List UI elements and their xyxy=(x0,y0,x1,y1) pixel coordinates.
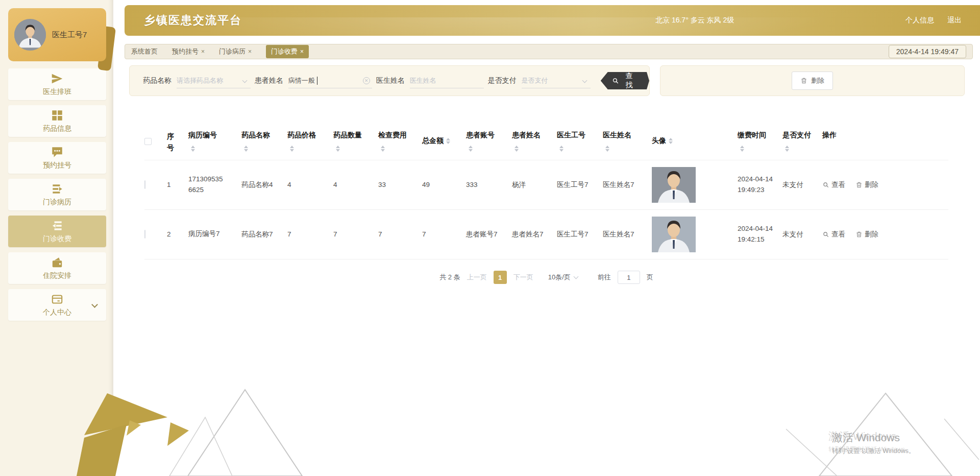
avatar xyxy=(14,19,46,51)
column-header-病历编号: 病历编号 xyxy=(188,131,241,152)
sort-icon[interactable] xyxy=(514,146,519,152)
sort-icon[interactable] xyxy=(559,146,564,152)
sort-icon[interactable] xyxy=(605,146,609,152)
windows-activation-watermark: 激活 Windows 转到“设置”以激活 Windows。 xyxy=(832,431,915,456)
prev-page-button[interactable]: 上一页 xyxy=(467,273,487,282)
column-label: 头像 xyxy=(652,136,666,146)
weather-info: 北京 16.7° 多云 东风 2级 xyxy=(655,16,734,25)
current-page-button[interactable]: 1 xyxy=(494,271,507,284)
column-label: 总金额 xyxy=(422,136,444,146)
cell-value: 医生工号7 xyxy=(557,181,589,188)
tab-门诊病历[interactable]: 门诊病历× xyxy=(219,47,252,56)
tab-门诊收费[interactable]: 门诊收费× xyxy=(266,45,309,58)
cell-total: 49 xyxy=(422,181,466,188)
column-header-总金额: 总金额 xyxy=(422,136,466,146)
sort-icon[interactable] xyxy=(785,146,789,152)
search-icon xyxy=(612,77,619,84)
sort-icon[interactable] xyxy=(469,146,473,152)
close-icon[interactable]: × xyxy=(300,48,304,55)
cell-value: 333 xyxy=(466,181,478,188)
logout-link[interactable]: 退出 xyxy=(947,16,962,25)
tab-预约挂号[interactable]: 预约挂号× xyxy=(172,47,205,56)
sidebar: 医生工号7 医生排班药品信息预约挂号门诊病历门诊收费住院安排个人中心 xyxy=(0,0,113,476)
sort-icon[interactable] xyxy=(290,146,294,152)
sidebar-item-药品信息[interactable]: 药品信息 xyxy=(8,105,106,137)
column-label: 药品名称 xyxy=(241,131,270,140)
sort-icon[interactable] xyxy=(669,138,673,144)
sort-icon[interactable] xyxy=(740,146,744,152)
sidebar-item-预约挂号[interactable]: 预约挂号 xyxy=(8,142,106,174)
drug-name-select[interactable]: 请选择药品名称 xyxy=(177,73,251,88)
delete-button[interactable]: 删除 xyxy=(855,180,878,189)
doctor-name-label: 医生姓名 xyxy=(376,76,405,85)
chat-bubble-icon xyxy=(51,146,64,159)
doctor-photo xyxy=(652,167,696,203)
sort-wrap xyxy=(378,141,415,152)
sidebar-item-门诊病历[interactable]: 门诊病历 xyxy=(8,179,106,210)
table-header: 序号病历编号药品名称药品价格药品数量检查费用总金额患者账号患者姓名医生工号医生姓… xyxy=(144,123,948,160)
drug-name-label: 药品名称 xyxy=(143,76,172,85)
chevron-down-icon xyxy=(582,78,587,83)
column-label: 操作 xyxy=(822,131,837,140)
pagination: 共 2 条 上一页 1 下一页 10条/页 前往 页 xyxy=(144,271,948,284)
sort-icon[interactable] xyxy=(336,146,340,152)
pagination-total: 共 2 条 xyxy=(439,273,460,282)
row-actions: 查看删除 xyxy=(822,230,940,239)
tab-系统首页[interactable]: 系统首页 xyxy=(131,47,158,56)
sort-icon[interactable] xyxy=(244,146,248,152)
datetime-display: 2024-4-14 19:49:47 xyxy=(889,45,966,58)
cell-doctor_name: 医生姓名7 xyxy=(603,180,652,189)
user-card[interactable]: 医生工号7 xyxy=(8,8,106,61)
column-label: 缴费时间 xyxy=(738,131,766,140)
sort-icon[interactable] xyxy=(191,146,195,152)
profile-link[interactable]: 个人信息 xyxy=(905,16,934,25)
delete-label: 删除 xyxy=(865,230,878,239)
next-page-button[interactable]: 下一页 xyxy=(513,273,533,282)
close-icon[interactable]: × xyxy=(248,48,252,55)
sidebar-item-label: 门诊病历 xyxy=(43,198,71,207)
delete-button[interactable]: 删除 xyxy=(855,230,878,239)
sort-wrap xyxy=(287,141,326,152)
search-button[interactable]: 查找 xyxy=(601,72,649,89)
goto-page-input[interactable] xyxy=(618,271,640,284)
view-button[interactable]: 查看 xyxy=(822,180,845,189)
sidebar-item-门诊收费[interactable]: 门诊收费 xyxy=(8,216,106,247)
select-all-checkbox[interactable] xyxy=(144,138,152,145)
cell-value: 药品名称4 xyxy=(241,181,273,188)
sidebar-item-住院安排[interactable]: 住院安排 xyxy=(8,252,106,284)
cell-actions: 查看删除 xyxy=(822,180,947,189)
cell-doctor_id: 医生工号7 xyxy=(557,180,603,189)
paid-select[interactable]: 是否支付 xyxy=(522,73,591,88)
doctor-name-field[interactable] xyxy=(410,73,484,88)
list-back-icon xyxy=(51,219,64,232)
cell-drug_qty: 7 xyxy=(333,230,378,238)
sidebar-item-label: 预约挂号 xyxy=(43,161,71,170)
column-label: 序号 xyxy=(167,131,175,154)
view-button[interactable]: 查看 xyxy=(822,230,845,239)
sidebar-item-医生排班[interactable]: 医生排班 xyxy=(8,68,106,100)
row-checkbox[interactable] xyxy=(144,230,145,239)
sidebar-item-label: 住院安排 xyxy=(43,271,71,280)
goto-label: 前往 xyxy=(598,273,611,282)
column-label: 患者姓名 xyxy=(512,131,541,140)
cell-avatar xyxy=(652,217,738,252)
close-icon[interactable]: × xyxy=(201,48,205,55)
page-size-select[interactable]: 10条/页 xyxy=(548,273,578,282)
batch-delete-button[interactable]: 删除 xyxy=(792,72,833,90)
cell-value: 医生姓名7 xyxy=(603,181,634,188)
row-checkbox[interactable] xyxy=(144,180,145,189)
sidebar-menu: 医生排班药品信息预约挂号门诊病历门诊收费住院安排个人中心 xyxy=(8,68,106,321)
cell-select xyxy=(144,181,167,188)
patient-name-input[interactable] xyxy=(288,77,372,84)
chevron-down-icon xyxy=(91,301,98,308)
doctor-name-input[interactable] xyxy=(410,77,484,84)
clear-input-icon[interactable]: ✕ xyxy=(363,77,370,84)
cell-pay_time: 2024-04-14 19:42:15 xyxy=(738,224,782,245)
tab-label: 系统首页 xyxy=(131,47,158,56)
sort-icon[interactable] xyxy=(381,146,385,152)
sidebar-item-个人中心[interactable]: 个人中心 xyxy=(8,289,106,321)
patient-name-field[interactable]: ✕ xyxy=(288,73,372,88)
doctor-photo xyxy=(652,217,696,252)
sidebar-item-label: 药品信息 xyxy=(43,124,71,133)
sort-icon[interactable] xyxy=(446,138,450,144)
